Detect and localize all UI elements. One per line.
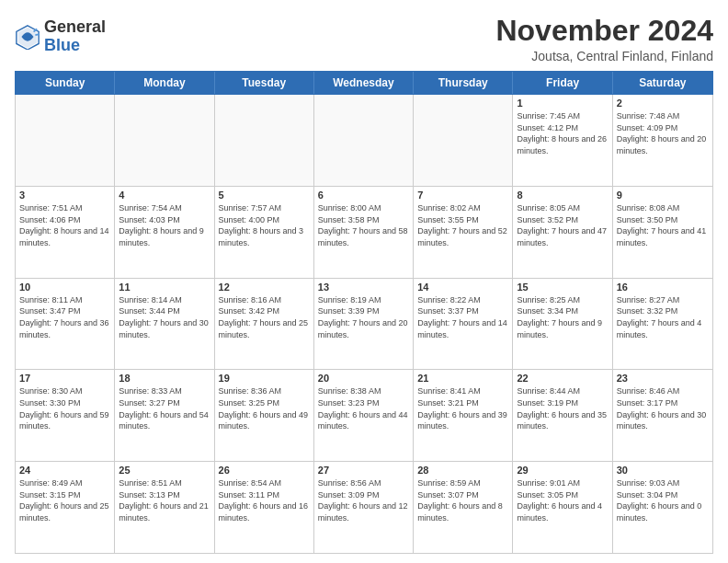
day-number: 18: [119, 373, 210, 384]
day-number: 24: [19, 465, 110, 476]
day-info: Sunrise: 8:59 AM Sunset: 3:07 PM Dayligh…: [417, 477, 508, 523]
day-number: 3: [19, 190, 110, 201]
cal-row-2: 10Sunrise: 8:11 AM Sunset: 3:47 PM Dayli…: [16, 279, 712, 371]
day-info: Sunrise: 8:44 AM Sunset: 3:19 PM Dayligh…: [517, 385, 608, 431]
day-info: Sunrise: 8:00 AM Sunset: 3:58 PM Dayligh…: [318, 202, 409, 248]
cal-cell-empty: [314, 95, 414, 186]
header-wednesday: Wednesday: [314, 72, 414, 94]
cal-cell-day-28: 28Sunrise: 8:59 AM Sunset: 3:07 PM Dayli…: [414, 462, 513, 553]
cal-cell-day-2: 2Sunrise: 7:48 AM Sunset: 4:09 PM Daylig…: [613, 95, 712, 186]
day-info: Sunrise: 8:36 AM Sunset: 3:25 PM Dayligh…: [219, 385, 310, 431]
day-number: 20: [318, 373, 409, 384]
cal-cell-day-27: 27Sunrise: 8:56 AM Sunset: 3:09 PM Dayli…: [314, 462, 414, 553]
day-info: Sunrise: 8:11 AM Sunset: 3:47 PM Dayligh…: [19, 294, 110, 340]
day-number: 2: [617, 98, 709, 109]
cal-row-3: 17Sunrise: 8:30 AM Sunset: 3:30 PM Dayli…: [16, 370, 712, 462]
day-number: 22: [517, 373, 608, 384]
day-number: 10: [19, 282, 110, 293]
cal-cell-empty: [215, 95, 314, 186]
cal-cell-day-3: 3Sunrise: 7:51 AM Sunset: 4:06 PM Daylig…: [16, 187, 115, 278]
day-info: Sunrise: 8:38 AM Sunset: 3:23 PM Dayligh…: [318, 385, 409, 431]
day-number: 29: [517, 465, 608, 476]
header-saturday: Saturday: [613, 72, 712, 94]
cal-cell-day-30: 30Sunrise: 9:03 AM Sunset: 3:04 PM Dayli…: [613, 462, 712, 553]
day-info: Sunrise: 7:51 AM Sunset: 4:06 PM Dayligh…: [19, 202, 110, 248]
day-number: 25: [119, 465, 210, 476]
day-number: 9: [617, 190, 709, 201]
cal-cell-day-6: 6Sunrise: 8:00 AM Sunset: 3:58 PM Daylig…: [314, 187, 414, 278]
day-info: Sunrise: 8:33 AM Sunset: 3:27 PM Dayligh…: [119, 385, 210, 431]
header-friday: Friday: [513, 72, 612, 94]
cal-cell-day-8: 8Sunrise: 8:05 AM Sunset: 3:52 PM Daylig…: [513, 187, 612, 278]
cal-cell-empty: [414, 95, 513, 186]
header-thursday: Thursday: [414, 72, 513, 94]
cal-cell-day-24: 24Sunrise: 8:49 AM Sunset: 3:15 PM Dayli…: [16, 462, 115, 553]
logo-text: General Blue: [44, 18, 106, 55]
calendar-header-wrapper: Sunday Monday Tuesday Wednesday Thursday…: [15, 71, 713, 95]
cal-cell-day-11: 11Sunrise: 8:14 AM Sunset: 3:44 PM Dayli…: [115, 279, 214, 370]
day-number: 7: [417, 190, 508, 201]
header: General Blue November 2024 Joutsa, Centr…: [15, 15, 713, 63]
cal-cell-day-22: 22Sunrise: 8:44 AM Sunset: 3:19 PM Dayli…: [513, 370, 612, 461]
day-info: Sunrise: 8:16 AM Sunset: 3:42 PM Dayligh…: [219, 294, 310, 340]
cal-cell-day-16: 16Sunrise: 8:27 AM Sunset: 3:32 PM Dayli…: [613, 279, 712, 370]
cal-cell-day-19: 19Sunrise: 8:36 AM Sunset: 3:25 PM Dayli…: [215, 370, 314, 461]
day-number: 11: [119, 282, 210, 293]
day-info: Sunrise: 7:45 AM Sunset: 4:12 PM Dayligh…: [517, 110, 608, 156]
day-number: 13: [318, 282, 409, 293]
day-number: 19: [219, 373, 310, 384]
day-number: 8: [517, 190, 608, 201]
logo: General Blue: [15, 18, 106, 55]
day-number: 27: [318, 465, 409, 476]
day-number: 26: [219, 465, 310, 476]
logo-icon: [15, 24, 40, 50]
day-info: Sunrise: 8:02 AM Sunset: 3:55 PM Dayligh…: [417, 202, 508, 248]
day-number: 6: [318, 190, 409, 201]
day-info: Sunrise: 8:49 AM Sunset: 3:15 PM Dayligh…: [19, 477, 110, 523]
cal-cell-day-10: 10Sunrise: 8:11 AM Sunset: 3:47 PM Dayli…: [16, 279, 115, 370]
cal-cell-day-9: 9Sunrise: 8:08 AM Sunset: 3:50 PM Daylig…: [613, 187, 712, 278]
day-info: Sunrise: 7:54 AM Sunset: 4:03 PM Dayligh…: [119, 202, 210, 248]
cal-cell-day-13: 13Sunrise: 8:19 AM Sunset: 3:39 PM Dayli…: [314, 279, 414, 370]
day-number: 16: [617, 282, 709, 293]
cal-cell-day-12: 12Sunrise: 8:16 AM Sunset: 3:42 PM Dayli…: [215, 279, 314, 370]
day-number: 12: [219, 282, 310, 293]
day-number: 28: [417, 465, 508, 476]
day-number: 14: [417, 282, 508, 293]
logo-general-text: General: [44, 18, 106, 37]
cal-cell-day-7: 7Sunrise: 8:02 AM Sunset: 3:55 PM Daylig…: [414, 187, 513, 278]
cal-cell-day-23: 23Sunrise: 8:46 AM Sunset: 3:17 PM Dayli…: [613, 370, 712, 461]
day-info: Sunrise: 8:51 AM Sunset: 3:13 PM Dayligh…: [119, 477, 210, 523]
day-number: 5: [219, 190, 310, 201]
page: General Blue November 2024 Joutsa, Centr…: [0, 0, 728, 563]
header-monday: Monday: [115, 72, 214, 94]
calendar-body: 1Sunrise: 7:45 AM Sunset: 4:12 PM Daylig…: [15, 95, 713, 554]
cal-cell-day-29: 29Sunrise: 9:01 AM Sunset: 3:05 PM Dayli…: [513, 462, 612, 553]
day-info: Sunrise: 8:22 AM Sunset: 3:37 PM Dayligh…: [417, 294, 508, 340]
day-number: 23: [617, 373, 709, 384]
cal-cell-day-20: 20Sunrise: 8:38 AM Sunset: 3:23 PM Dayli…: [314, 370, 414, 461]
cal-row-1: 3Sunrise: 7:51 AM Sunset: 4:06 PM Daylig…: [16, 187, 712, 279]
cal-cell-day-15: 15Sunrise: 8:25 AM Sunset: 3:34 PM Dayli…: [513, 279, 612, 370]
header-sunday: Sunday: [16, 72, 115, 94]
logo-blue-text: Blue: [44, 37, 106, 55]
day-info: Sunrise: 7:57 AM Sunset: 4:00 PM Dayligh…: [219, 202, 310, 248]
day-info: Sunrise: 8:54 AM Sunset: 3:11 PM Dayligh…: [219, 477, 310, 523]
day-info: Sunrise: 8:46 AM Sunset: 3:17 PM Dayligh…: [617, 385, 709, 431]
day-number: 15: [517, 282, 608, 293]
day-number: 1: [517, 98, 608, 109]
day-number: 21: [417, 373, 508, 384]
main-title: November 2024: [495, 15, 713, 47]
header-tuesday: Tuesday: [215, 72, 314, 94]
day-info: Sunrise: 7:48 AM Sunset: 4:09 PM Dayligh…: [617, 110, 709, 156]
day-info: Sunrise: 8:05 AM Sunset: 3:52 PM Dayligh…: [517, 202, 608, 248]
cal-row-0: 1Sunrise: 7:45 AM Sunset: 4:12 PM Daylig…: [16, 95, 712, 187]
day-info: Sunrise: 8:08 AM Sunset: 3:50 PM Dayligh…: [617, 202, 709, 248]
day-info: Sunrise: 8:14 AM Sunset: 3:44 PM Dayligh…: [119, 294, 210, 340]
day-number: 17: [19, 373, 110, 384]
day-info: Sunrise: 8:19 AM Sunset: 3:39 PM Dayligh…: [318, 294, 409, 340]
calendar: Sunday Monday Tuesday Wednesday Thursday…: [15, 71, 713, 554]
cal-cell-day-26: 26Sunrise: 8:54 AM Sunset: 3:11 PM Dayli…: [215, 462, 314, 553]
day-info: Sunrise: 9:01 AM Sunset: 3:05 PM Dayligh…: [517, 477, 608, 523]
day-info: Sunrise: 8:41 AM Sunset: 3:21 PM Dayligh…: [417, 385, 508, 431]
